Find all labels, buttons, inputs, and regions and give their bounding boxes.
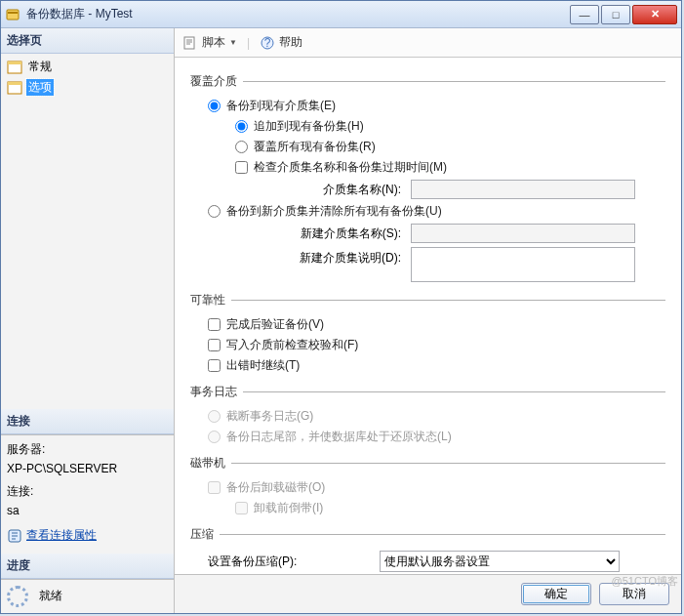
select-compression[interactable]: 使用默认服务器设置 [380,551,620,572]
group-overwrite-media: 覆盖介质 备份到现有介质集(E) 追加到现有备份集(H) 覆盖所有现有备份集(R… [190,73,665,284]
page-icon [7,81,22,95]
check-rewind-before-unload [235,502,248,514]
check-verify-after[interactable] [208,318,221,331]
check-unload-tape [208,481,221,494]
content-area: 覆盖介质 备份到现有介质集(E) 追加到现有备份集(H) 覆盖所有现有备份集(R… [175,58,681,574]
group-legend: 可靠性 [190,292,231,308]
help-button[interactable]: ? 帮助 [260,34,302,51]
svg-rect-0 [7,10,19,20]
server-value: XP-PC\SQLSERVER [7,462,168,475]
input-media-name[interactable] [411,180,635,199]
chevron-down-icon: ▼ [229,38,237,47]
progress-spinner-icon [7,586,28,607]
script-icon [182,35,198,51]
progress-header: 进度 [1,554,174,579]
maximize-button[interactable]: □ [601,5,630,24]
nav-label: 选项 [26,79,54,96]
radio-truncate-log [208,410,221,423]
nav-label: 常规 [26,59,54,75]
script-button[interactable]: 脚本 ▼ [182,34,237,51]
help-icon: ? [260,35,275,51]
group-reliability: 可靠性 完成后验证备份(V) 写入介质前检查校验和(F) 出错时继续(T) [190,292,665,376]
group-legend: 压缩 [190,526,220,543]
properties-icon [7,528,22,544]
svg-rect-1 [8,12,18,14]
input-new-media-name[interactable] [411,224,635,243]
group-tape: 磁带机 备份后卸载磁带(O) 卸载前倒带(I) [190,455,665,518]
progress-status: 就绪 [39,589,62,602]
group-legend: 事务日志 [190,384,243,400]
close-button[interactable]: ✕ [632,5,677,24]
connection-label: 连接: [7,483,168,500]
group-transaction-log: 事务日志 截断事务日志(G) 备份日志尾部，并使数据库处于还原状态(L) [190,384,665,447]
connection-panel: 服务器: XP-PC\SQLSERVER 连接: sa 查看连接属性 [1,434,174,554]
server-label: 服务器: [7,441,168,458]
svg-rect-5 [8,82,21,85]
radio-append[interactable] [235,120,248,133]
radio-backup-log-tail [208,431,221,443]
group-legend: 磁带机 [190,455,231,472]
nav-item-options[interactable]: 选项 [5,77,170,98]
sidebar: 选择页 常规 选项 连接 服务器: XP-PC\SQLSERVER 连接: sa [1,28,175,613]
radio-backup-new-media[interactable] [208,205,221,218]
ok-button[interactable]: 确定 [521,583,591,605]
radio-overwrite-all[interactable] [235,141,248,153]
page-nav: 常规 选项 [1,54,174,409]
progress-panel: 就绪 [1,579,174,613]
connection-value: sa [7,504,168,517]
radio-backup-existing[interactable] [208,100,221,112]
svg-text:?: ? [264,36,271,50]
page-icon [7,61,22,74]
select-page-header: 选择页 [1,28,174,54]
group-legend: 覆盖介质 [190,73,243,90]
dialog-footer: 确定 取消 [175,574,681,613]
cancel-button[interactable]: 取消 [599,583,669,605]
toolbar: 脚本 ▼ | ? 帮助 [175,28,681,58]
nav-item-general[interactable]: 常规 [5,57,170,77]
window-title: 备份数据库 - MyTest [26,6,570,22]
connection-header: 连接 [1,409,174,434]
check-checksum[interactable] [208,339,221,351]
minimize-button[interactable]: ― [570,5,599,24]
group-compression: 压缩 设置备份压缩(P): 使用默认服务器设置 [190,526,665,574]
check-media-name-expiry[interactable] [235,161,248,174]
svg-rect-7 [184,37,194,49]
titlebar: 备份数据库 - MyTest ― □ ✕ [1,1,681,28]
svg-rect-3 [8,62,21,64]
view-connection-properties-link[interactable]: 查看连接属性 [26,527,97,544]
app-icon [5,7,20,22]
check-continue-on-error[interactable] [208,359,221,372]
input-new-media-desc[interactable] [411,247,635,282]
